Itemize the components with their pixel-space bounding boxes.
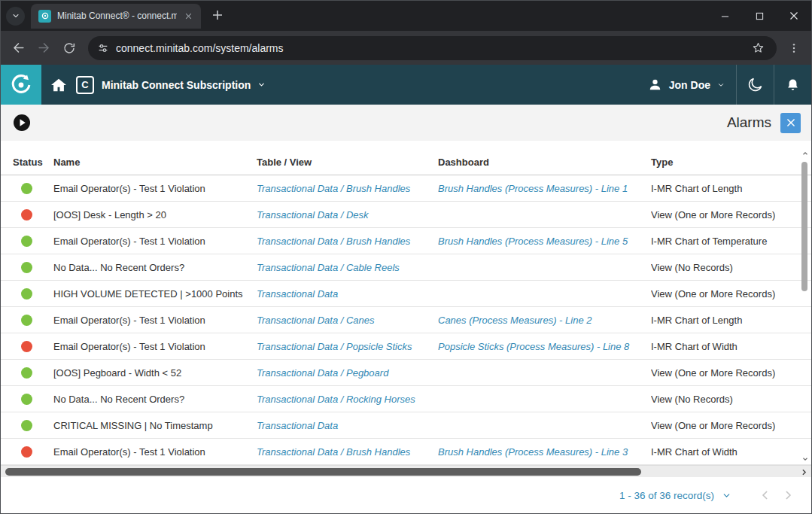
notifications-button[interactable] <box>774 65 811 105</box>
panel-title: Alarms <box>727 114 771 131</box>
maximize-button[interactable] <box>742 1 777 31</box>
table-view-link[interactable]: Transactional Data / Cable Reels <box>257 262 438 273</box>
back-button[interactable] <box>5 35 31 61</box>
dashboard-link[interactable]: Brush Handles (Process Measures) - Line … <box>438 183 651 194</box>
alarm-type: View (No Records) <box>651 394 789 405</box>
new-tab-button[interactable] <box>206 4 229 26</box>
close-window-button[interactable] <box>777 1 811 31</box>
status-cell <box>13 393 53 405</box>
next-page-button[interactable] <box>777 488 799 503</box>
run-button[interactable] <box>13 114 31 132</box>
table-row[interactable]: Email Operator(s) - Test 1 ViolationTran… <box>1 307 811 333</box>
column-header-type[interactable]: Type <box>651 157 789 175</box>
subscription-selector[interactable]: C Minitab Connect Subscription <box>76 76 266 94</box>
alarm-name: Email Operator(s) - Test 1 Violation <box>53 315 257 326</box>
status-cell <box>13 366 53 379</box>
user-menu[interactable]: Jon Doe <box>637 65 736 105</box>
status-green-indicator <box>21 183 32 194</box>
status-cell <box>13 182 53 194</box>
scroll-up-arrow-icon[interactable] <box>800 150 810 157</box>
table-view-link[interactable]: Transactional Data / Desk <box>257 209 438 221</box>
table-row[interactable]: Email Operator(s) - Test 1 ViolationTran… <box>1 333 811 360</box>
reload-button[interactable] <box>56 35 82 61</box>
browser-tab[interactable]: Minitab Connect® - connect.minitab.com <box>31 4 201 29</box>
table-row[interactable]: No Data... No Recent Orders?Transactiona… <box>1 386 811 412</box>
moon-icon <box>747 76 764 93</box>
dashboard-link[interactable]: Brush Handles (Process Measures) - Line … <box>438 236 651 247</box>
browser-window: Minitab Connect® - connect.minitab.com <box>0 0 812 514</box>
chevron-down-icon <box>722 491 731 500</box>
table-view-link[interactable]: Transactional Data / Brush Handles <box>257 236 438 247</box>
subscription-label: Minitab Connect Subscription <box>102 79 251 91</box>
minimize-button[interactable] <box>707 1 742 31</box>
table-row[interactable]: HIGH VOLUME DETECTED | >1000 PointsTrans… <box>1 281 811 307</box>
url-text[interactable]: connect.minitab.com/system/alarms <box>116 42 748 54</box>
table-row[interactable]: [OOS] Pegboard - Width < 52Transactional… <box>1 360 811 386</box>
previous-page-button[interactable] <box>754 488 777 503</box>
table-row[interactable]: Email Operator(s) - Test 1 ViolationTran… <box>1 228 811 254</box>
table-view-link[interactable]: Transactional Data / Canes <box>257 315 438 326</box>
column-header-name[interactable]: Name <box>53 157 257 175</box>
records-dropdown[interactable] <box>722 490 731 503</box>
table-view-link[interactable]: Transactional Data <box>257 420 438 431</box>
browser-toolbar: connect.minitab.com/system/alarms <box>1 31 811 65</box>
table-row[interactable]: CRITICAL MISSING | No TimestampTransacti… <box>1 412 811 439</box>
status-green-indicator <box>21 236 32 247</box>
table-view-link[interactable]: Transactional Data / Brush Handles <box>257 446 438 458</box>
alarm-name: [OOS] Desk - Length > 20 <box>53 209 257 221</box>
column-header-dashboard[interactable]: Dashboard <box>438 157 651 175</box>
browser-menu-button[interactable] <box>783 37 805 59</box>
table-view-link[interactable]: Transactional Data / Popsicle Sticks <box>257 341 438 352</box>
home-button[interactable] <box>41 65 76 105</box>
theme-toggle-button[interactable] <box>737 65 774 105</box>
vertical-scroll-thumb[interactable] <box>801 162 807 291</box>
table-row[interactable]: No Data... No Recent Orders?Transactiona… <box>1 254 811 281</box>
tab-close-button[interactable] <box>181 9 195 23</box>
address-bar[interactable]: connect.minitab.com/system/alarms <box>88 36 777 60</box>
chevron-down-icon <box>11 11 20 20</box>
bell-icon <box>786 78 800 93</box>
alarms-panel-header: Alarms <box>1 105 811 141</box>
status-red-indicator <box>21 446 32 458</box>
vertical-scrollbar[interactable] <box>800 150 810 463</box>
star-icon <box>752 41 765 54</box>
alarm-type: I-MR Chart of Length <box>651 315 789 326</box>
bookmark-button[interactable] <box>748 38 768 58</box>
scroll-down-arrow-icon[interactable] <box>800 455 810 463</box>
dashboard-link[interactable]: Canes (Process Measures) - Line 2 <box>438 315 651 326</box>
table-row[interactable]: Email Operator(s) - Test 1 ViolationTran… <box>1 175 811 202</box>
table-view-link[interactable]: Transactional Data / Brush Handles <box>257 183 438 194</box>
titlebar-left: Minitab Connect® - connect.minitab.com <box>1 1 229 31</box>
close-panel-button[interactable] <box>780 113 801 133</box>
status-red-indicator <box>21 209 32 221</box>
alarm-type: I-MR Chart of Temperature <box>651 236 789 247</box>
column-header-table-view[interactable]: Table / View <box>257 157 438 175</box>
kebab-menu-icon <box>788 42 800 54</box>
table-view-link[interactable]: Transactional Data <box>257 288 438 300</box>
scroll-right-arrow-icon[interactable] <box>799 467 809 480</box>
table-view-link[interactable]: Transactional Data / Rocking Horses <box>257 394 438 405</box>
alarm-name: [OOS] Pegboard - Width < 52 <box>53 367 257 379</box>
table-view-link[interactable]: Transactional Data / Pegboard <box>257 367 438 379</box>
horizontal-scrollbar[interactable] <box>1 465 811 477</box>
status-green-indicator <box>21 420 32 431</box>
minitab-connect-logo[interactable] <box>1 65 41 105</box>
forward-button[interactable] <box>31 35 56 61</box>
horizontal-scroll-thumb[interactable] <box>5 468 641 476</box>
tab-search-button[interactable] <box>6 7 25 26</box>
dashboard-link[interactable]: Brush Handles (Process Measures) - Line … <box>438 446 651 458</box>
chevron-right-icon <box>780 488 795 503</box>
table-row[interactable]: Email Operator(s) - Test 1 ViolationTran… <box>1 439 811 465</box>
column-header-status[interactable]: Status <box>13 157 53 175</box>
status-cell <box>13 419 53 431</box>
status-cell <box>13 314 53 326</box>
alarm-name: Email Operator(s) - Test 1 Violation <box>53 183 257 194</box>
dashboard-link[interactable]: Popsicle Sticks (Process Measures) - Lin… <box>438 341 651 352</box>
alarm-type: View (One or More Records) <box>651 420 789 431</box>
status-green-indicator <box>21 315 32 326</box>
minimize-icon <box>721 12 729 20</box>
connect-swirl-icon <box>8 72 34 98</box>
table-row[interactable]: [OOS] Desk - Length > 20Transactional Da… <box>1 202 811 228</box>
status-red-indicator <box>21 341 32 352</box>
site-settings-icon[interactable] <box>97 42 109 54</box>
